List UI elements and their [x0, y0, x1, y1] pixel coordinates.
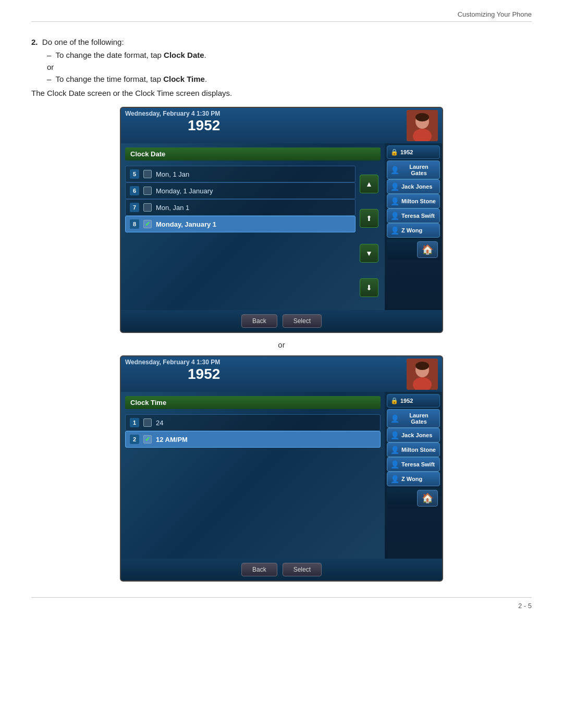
person-icon-3: 👤: [390, 212, 399, 220]
screen-body: Clock Date 5 Mon, 1 Jan 6 Monday, 1 Janu…: [121, 143, 442, 310]
option-num-5: 5: [130, 169, 139, 179]
screen2-top-bar: Wednesday, February 4 1:30 PM 1952: [121, 356, 442, 392]
screen-left-info: Wednesday, February 4 1:30 PM 1952: [125, 110, 220, 134]
bottom-buttons-2: Back Select: [121, 559, 442, 581]
up-double-arrow-icon: ⬆: [366, 214, 372, 223]
option-num-8: 8: [130, 219, 139, 229]
avatar-image-2: [407, 359, 438, 390]
section-header: Clock Date: [125, 147, 381, 161]
option-label-8: Monday, January 1: [156, 220, 216, 228]
sidebar2-contact-4[interactable]: 👤Z Wong: [387, 472, 440, 486]
screen2-body: Clock Time 1 24 2 ✓ 12 AM/PM 🔒 1952 👤Lau…: [121, 392, 442, 559]
date-option-5[interactable]: 5 Mon, 1 Jan: [125, 166, 356, 182]
scroll-arrows[interactable]: ▲ ⬆ ▼ ⬇: [358, 166, 381, 306]
person-icon-0: 👤: [390, 166, 399, 174]
lock-icon-2: 🔒: [390, 397, 398, 404]
sidebar2-contact-2[interactable]: 👤Milton Stone: [387, 442, 440, 457]
down-arrow-icon: ▼: [365, 249, 373, 257]
page-header: Customizing Your Phone: [31, 10, 532, 22]
options-list: 5 Mon, 1 Jan 6 Monday, 1 January 7 Mon, …: [125, 166, 356, 306]
option-checkbox-7[interactable]: [143, 203, 152, 212]
date-option-8[interactable]: 8 ✓ Monday, January 1: [125, 216, 356, 232]
sidebar-contact-3[interactable]: 👤Teresa Swift: [387, 208, 440, 223]
step-number: 2.: [31, 38, 38, 46]
option-checkbox-8[interactable]: ✓: [143, 220, 152, 228]
back-button-2[interactable]: Back: [241, 563, 277, 576]
sidebar-contact-4[interactable]: 👤Z Wong: [387, 223, 440, 238]
screen-year: 1952: [125, 117, 220, 134]
sidebar-contacts-2: 👤Lauren Gates👤Jack Jones👤Milton Stone👤Te…: [387, 409, 440, 486]
person2-icon-0: 👤: [390, 414, 399, 423]
select-button[interactable]: Select: [283, 314, 322, 328]
time-options-container: 1 24 2 ✓ 12 AM/PM: [125, 414, 381, 448]
avatar-image: [407, 110, 438, 141]
time-option-2[interactable]: 2 ✓ 12 AM/PM: [125, 431, 381, 448]
step-intro: Do one of the following:: [42, 38, 124, 46]
screen-top-bar: Wednesday, February 4 1:30 PM 1952: [121, 108, 442, 143]
option-checkbox-5[interactable]: [143, 170, 152, 178]
screen-caption: The Clock Date screen or the Clock Time …: [31, 89, 532, 97]
time-option-label-2: 12 AM/PM: [156, 436, 188, 443]
scroll-down-button[interactable]: ▼: [360, 244, 378, 263]
person-icon-4: 👤: [390, 226, 399, 235]
lock-icon: 🔒: [390, 149, 398, 156]
option-checkbox-6[interactable]: [143, 187, 152, 195]
time-options-and-arrows: 1 24 2 ✓ 12 AM/PM: [125, 414, 381, 554]
sidebar2-contact-3[interactable]: 👤Teresa Swift: [387, 457, 440, 472]
date-option-6[interactable]: 6 Monday, 1 January: [125, 182, 356, 199]
screen-datetime: Wednesday, February 4 1:30 PM: [125, 110, 220, 117]
step-text: 2. Do one of the following:: [31, 38, 532, 46]
screen2-left-info: Wednesday, February 4 1:30 PM 1952: [125, 359, 220, 382]
time-option-1[interactable]: 1 24: [125, 414, 381, 431]
person2-icon-1: 👤: [390, 431, 399, 439]
scroll-up-double-button[interactable]: ⬆: [360, 209, 378, 228]
option-label-7: Mon, Jan 1: [156, 204, 189, 212]
option-label-6: Monday, 1 January: [156, 187, 213, 195]
option2: – To change the time format, tap Clock T…: [47, 75, 532, 83]
person2-icon-2: 👤: [390, 446, 399, 454]
sidebar2-year-btn[interactable]: 🔒 1952: [387, 394, 440, 408]
select-button-2[interactable]: Select: [283, 563, 322, 576]
time-option-num-2: 2: [130, 435, 139, 444]
or-text-1: or: [47, 63, 532, 71]
avatar-2: [407, 359, 438, 390]
page-footer: 2 - 5: [31, 597, 532, 610]
section2-header: Clock Time: [125, 396, 381, 409]
screen2-main: Clock Time 1 24 2 ✓ 12 AM/PM: [121, 392, 385, 559]
home-button-2[interactable]: 🏠: [417, 490, 438, 507]
home-btn-wrap: 🏠: [387, 239, 440, 260]
time-option-num-1: 1: [130, 418, 139, 427]
sidebar2-contact-1[interactable]: 👤Jack Jones: [387, 428, 440, 442]
option-num-6: 6: [130, 186, 139, 195]
scroll-down-double-button[interactable]: ⬇: [360, 278, 378, 297]
screen2-datetime: Wednesday, February 4 1:30 PM: [125, 359, 220, 366]
screen-main: Clock Date 5 Mon, 1 Jan 6 Monday, 1 Janu…: [121, 143, 385, 310]
date-option-7[interactable]: 7 Mon, Jan 1: [125, 199, 356, 216]
svg-point-3: [415, 113, 429, 121]
step-block: 2. Do one of the following: – To change …: [31, 38, 532, 97]
home-btn-wrap-2: 🏠: [387, 488, 440, 509]
home-button[interactable]: 🏠: [417, 241, 438, 258]
sidebar-contacts-1: 👤Lauren Gates👤Jack Jones👤Milton Stone👤Te…: [387, 161, 440, 238]
scroll-up-button[interactable]: ▲: [360, 175, 378, 193]
clock-time-screen: Wednesday, February 4 1:30 PM 1952 Clock…: [120, 355, 443, 582]
svg-point-7: [415, 362, 429, 370]
sidebar-contact-0[interactable]: 👤Lauren Gates: [387, 161, 440, 179]
options-and-arrows: 5 Mon, 1 Jan 6 Monday, 1 January 7 Mon, …: [125, 166, 381, 306]
time-options-list: 1 24 2 ✓ 12 AM/PM: [125, 414, 381, 554]
option1: – To change the date format, tap Clock D…: [47, 51, 532, 59]
sidebar-contact-1[interactable]: 👤Jack Jones: [387, 179, 440, 194]
sidebar-contact-2[interactable]: 👤Milton Stone: [387, 194, 440, 208]
date-options-container: 5 Mon, 1 Jan 6 Monday, 1 January 7 Mon, …: [125, 166, 356, 232]
screen2-year: 1952: [125, 366, 220, 382]
back-button[interactable]: Back: [241, 314, 277, 328]
time-option-checkbox-1[interactable]: [143, 418, 152, 427]
screen-sidebar: 🔒 1952 👤Lauren Gates👤Jack Jones👤Milton S…: [385, 143, 442, 310]
person2-icon-3: 👤: [390, 460, 399, 468]
person2-icon-4: 👤: [390, 475, 399, 483]
sidebar2-contact-0[interactable]: 👤Lauren Gates: [387, 409, 440, 428]
time-option-label-1: 24: [156, 419, 163, 427]
sidebar-year-btn[interactable]: 🔒 1952: [387, 145, 440, 159]
time-option-checkbox-2[interactable]: ✓: [143, 435, 152, 443]
option-label-5: Mon, 1 Jan: [156, 170, 189, 178]
